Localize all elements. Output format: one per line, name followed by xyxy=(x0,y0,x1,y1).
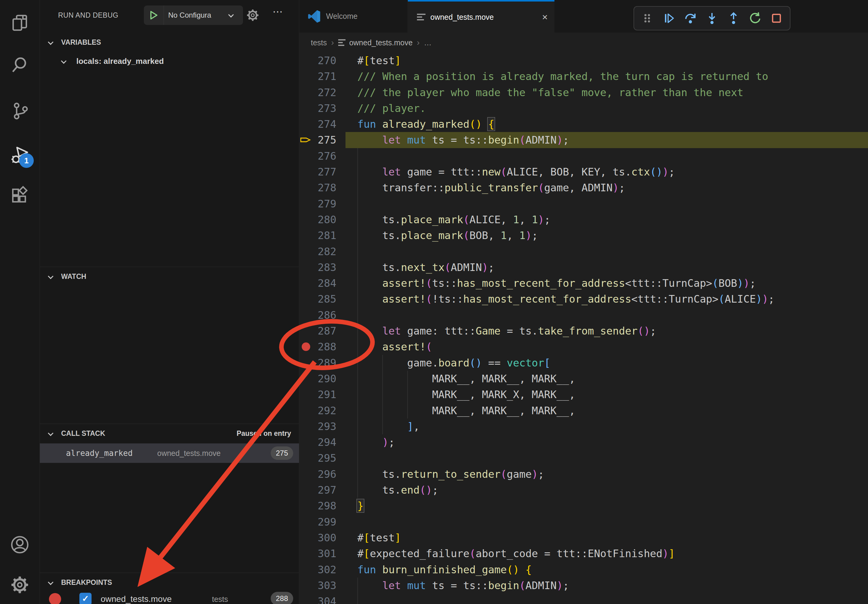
breakpoint-margin[interactable] xyxy=(299,275,313,291)
watch-section-header[interactable]: WATCH xyxy=(40,267,299,286)
vscode-logo-icon xyxy=(308,10,321,23)
breakpoint-margin[interactable] xyxy=(299,546,313,561)
code-line: 298} xyxy=(299,498,868,514)
breakpoint-margin[interactable] xyxy=(299,418,313,434)
move-file-icon xyxy=(417,12,425,22)
breakpoint-margin[interactable] xyxy=(299,323,313,339)
breadcrumb-file[interactable]: owned_tests.move xyxy=(349,38,412,47)
code-editor[interactable]: 270#[test]271/// When a position is alre… xyxy=(299,53,868,604)
code-line: 279 xyxy=(299,196,868,212)
restart-button[interactable] xyxy=(747,10,763,26)
breakpoint-dot-icon[interactable] xyxy=(302,342,310,351)
breakpoint-margin[interactable] xyxy=(299,339,313,355)
code-line: 273/// player. xyxy=(299,101,868,116)
start-debugging-icon[interactable] xyxy=(144,5,164,25)
breakpoint-margin[interactable] xyxy=(299,482,313,498)
breakpoint-margin[interactable] xyxy=(299,403,313,418)
variables-section-header[interactable]: VARIABLES xyxy=(40,33,299,52)
breakpoint-margin[interactable] xyxy=(299,371,313,387)
breakpoint-margin[interactable] xyxy=(299,355,313,371)
breakpoint-margin[interactable] xyxy=(299,530,313,546)
breakpoint-margin[interactable] xyxy=(299,259,313,275)
breakpoint-margin[interactable] xyxy=(299,53,313,68)
code-line: 299 xyxy=(299,514,868,530)
code-line: 283 ts.next_tx(ADMIN); xyxy=(299,259,868,275)
toolbar-drag-handle-icon[interactable] xyxy=(639,10,655,26)
explorer-icon[interactable] xyxy=(10,13,29,33)
breakpoint-margin[interactable] xyxy=(299,387,313,403)
chevron-down-icon xyxy=(48,579,53,585)
step-out-button[interactable] xyxy=(726,10,741,26)
breadcrumb-tests[interactable]: tests xyxy=(311,38,327,47)
code-line: 289 game.board() == vector[ xyxy=(299,355,868,371)
line-number: 296 xyxy=(313,466,336,482)
breakpoint-list-item[interactable]: ✓ owned_tests.move tests 288 xyxy=(40,589,299,604)
code-line: 270#[test] xyxy=(299,53,868,68)
breadcrumb-symbol[interactable]: … xyxy=(424,38,432,47)
step-over-button[interactable] xyxy=(682,10,698,26)
close-tab-icon[interactable]: × xyxy=(542,12,548,22)
code-line: 296 ts.return_to_sender(game); xyxy=(299,466,868,482)
breakpoint-margin[interactable] xyxy=(299,450,313,466)
breakpoint-margin[interactable] xyxy=(299,196,313,212)
breakpoint-margin[interactable] xyxy=(299,68,313,84)
source-control-icon[interactable] xyxy=(10,101,29,121)
breakpoint-margin[interactable] xyxy=(299,498,313,514)
configuration-dropdown[interactable]: No Configura xyxy=(164,11,228,19)
breakpoint-margin[interactable] xyxy=(299,244,313,259)
line-number: 285 xyxy=(313,291,336,307)
run-and-debug-sidebar: RUN AND DEBUG No Configura ⋯ VARIABLES l… xyxy=(40,0,299,604)
breakpoint-margin[interactable] xyxy=(299,116,313,132)
breakpoint-margin[interactable] xyxy=(299,228,313,243)
code-line: 295 xyxy=(299,450,868,466)
launch-configuration-control[interactable]: No Configura xyxy=(144,5,243,25)
line-number: 300 xyxy=(313,530,336,546)
extensions-icon[interactable] xyxy=(10,186,29,205)
breakpoint-margin[interactable] xyxy=(299,307,313,323)
line-number: 301 xyxy=(313,546,336,561)
breakpoint-checkbox[interactable]: ✓ xyxy=(79,593,91,604)
breakpoint-margin[interactable] xyxy=(299,148,313,164)
code-line: 281 ts.place_mark(BOB, 1, 1); xyxy=(299,228,868,243)
breakpoint-margin[interactable] xyxy=(299,466,313,482)
views-more-actions-icon[interactable]: ⋯ xyxy=(273,5,283,18)
breakpoint-margin[interactable] xyxy=(299,514,313,530)
line-number: 278 xyxy=(313,180,336,195)
breakpoint-margin[interactable] xyxy=(299,164,313,180)
call-stack-frame-row[interactable]: already_marked owned_tests.move 275 xyxy=(40,443,299,463)
account-icon[interactable] xyxy=(10,535,29,554)
run-and-debug-icon[interactable]: 1 xyxy=(10,146,29,165)
breakpoint-margin[interactable] xyxy=(299,593,313,604)
call-stack-section-header[interactable]: CALL STACK Paused on entry xyxy=(40,424,299,443)
breakpoint-margin[interactable] xyxy=(299,578,313,593)
line-number: 286 xyxy=(313,307,336,323)
stop-button[interactable] xyxy=(769,10,784,26)
tab-owned-tests-move[interactable]: owned_tests.move × xyxy=(408,0,555,33)
search-icon[interactable] xyxy=(10,55,29,74)
breakpoint-margin[interactable] xyxy=(299,291,313,307)
breakpoint-margin[interactable] xyxy=(299,132,313,148)
code-line: 291 MARK__, MARK_X, MARK__, xyxy=(299,387,868,403)
breakpoint-margin[interactable] xyxy=(299,212,313,228)
settings-gear-icon[interactable] xyxy=(10,575,29,595)
breakpoint-margin[interactable] xyxy=(299,101,313,116)
line-number: 292 xyxy=(313,403,336,418)
breakpoint-margin[interactable] xyxy=(299,85,313,101)
debug-toolbar xyxy=(634,6,790,30)
breakpoint-margin[interactable] xyxy=(299,180,313,195)
step-into-button[interactable] xyxy=(704,10,720,26)
breakpoints-section-header[interactable]: BREAKPOINTS xyxy=(40,573,299,592)
breakpoint-dot-icon xyxy=(49,593,61,604)
code-line: 292 MARK__, MARK__, MARK__, xyxy=(299,403,868,418)
breakpoint-margin[interactable] xyxy=(299,562,313,578)
code-line: 293 ], xyxy=(299,418,868,434)
debug-settings-gear-icon[interactable] xyxy=(246,9,259,23)
code-line: 280 ts.place_mark(ALICE, 1, 1); xyxy=(299,212,868,228)
breakpoint-margin[interactable] xyxy=(299,434,313,450)
activity-bar: 1 xyxy=(0,0,40,604)
line-number: 303 xyxy=(313,578,336,593)
line-number: 293 xyxy=(313,418,336,434)
variables-scope-locals[interactable]: locals: already_marked xyxy=(40,52,299,71)
continue-button[interactable] xyxy=(661,10,677,26)
tab-welcome[interactable]: Welcome xyxy=(299,0,408,33)
